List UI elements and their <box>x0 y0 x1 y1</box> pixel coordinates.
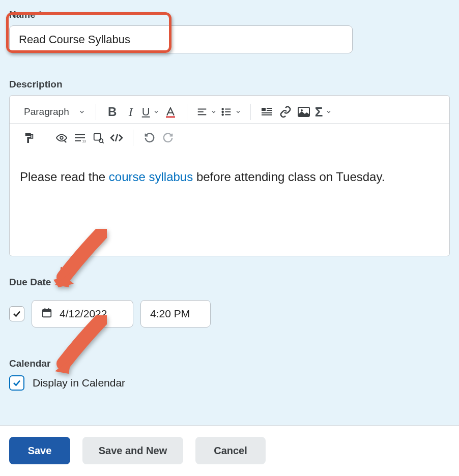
bold-button[interactable]: B <box>103 103 122 121</box>
svg-rect-14 <box>262 114 272 115</box>
svg-point-6 <box>222 114 223 115</box>
format-painter-button[interactable] <box>20 129 38 147</box>
due-date-value: 4/12/2022 <box>60 308 107 320</box>
link-button[interactable] <box>276 103 295 121</box>
due-date-label: Due Date <box>9 277 450 288</box>
editor-content-area[interactable]: Please read the course syllabus before a… <box>10 154 449 256</box>
calendar-icon <box>41 307 52 321</box>
paragraph-style-label: Paragraph <box>24 106 69 117</box>
due-time-value: 4:20 PM <box>150 308 190 320</box>
svg-point-17 <box>60 136 63 139</box>
source-code-button[interactable] <box>107 129 126 147</box>
chevron-down-icon <box>211 109 217 115</box>
align-button[interactable] <box>194 103 219 121</box>
display-calendar-label: Display in Calendar <box>33 377 125 389</box>
word-count-button[interactable]: 123 <box>71 129 89 147</box>
accessibility-check-button[interactable] <box>52 129 71 147</box>
content-text: before attending class on Tuesday. <box>193 170 385 184</box>
svg-line-24 <box>102 142 104 143</box>
svg-rect-29 <box>43 309 51 312</box>
description-label: Description <box>9 79 450 90</box>
svg-point-23 <box>99 139 103 142</box>
save-and-new-button[interactable]: Save and New <box>82 437 183 464</box>
svg-rect-11 <box>267 108 272 109</box>
chevron-down-icon <box>153 109 159 115</box>
save-button[interactable]: Save <box>9 437 70 464</box>
equation-button[interactable]: Σ <box>313 103 334 121</box>
cancel-button[interactable]: Cancel <box>195 437 266 464</box>
calendar-label: Calendar <box>9 358 450 369</box>
italic-button[interactable]: I <box>122 103 140 121</box>
chevron-down-icon <box>326 109 332 115</box>
svg-rect-12 <box>267 110 272 111</box>
chevron-down-icon <box>78 108 85 115</box>
svg-rect-13 <box>262 112 272 113</box>
redo-button[interactable] <box>159 129 177 147</box>
display-calendar-checkbox[interactable] <box>9 375 24 391</box>
svg-line-25 <box>116 134 118 141</box>
underline-button[interactable]: U <box>140 103 161 121</box>
content-link[interactable]: course syllabus <box>109 170 193 184</box>
due-date-checkbox[interactable] <box>9 306 24 321</box>
due-time-picker[interactable]: 4:20 PM <box>140 300 211 328</box>
svg-point-16 <box>301 109 303 111</box>
rich-text-editor: Paragraph B I U <box>9 95 450 256</box>
font-color-button[interactable] <box>161 103 180 121</box>
svg-rect-10 <box>262 108 266 111</box>
chevron-down-icon <box>235 109 241 115</box>
image-button[interactable] <box>295 103 313 121</box>
name-input[interactable] <box>9 25 353 53</box>
svg-text:123: 123 <box>82 139 86 143</box>
insert-stuff-button[interactable] <box>258 103 276 121</box>
svg-point-5 <box>222 111 223 113</box>
due-date-picker[interactable]: 4/12/2022 <box>32 300 133 328</box>
svg-point-4 <box>222 108 223 110</box>
content-text: Please read the <box>20 170 109 184</box>
name-label: Name * <box>9 9 450 20</box>
list-button[interactable] <box>219 103 243 121</box>
button-bar: Save Save and New Cancel <box>0 426 459 476</box>
undo-button[interactable] <box>140 129 159 147</box>
preview-button[interactable] <box>89 129 107 147</box>
paragraph-style-select[interactable]: Paragraph <box>24 106 89 117</box>
